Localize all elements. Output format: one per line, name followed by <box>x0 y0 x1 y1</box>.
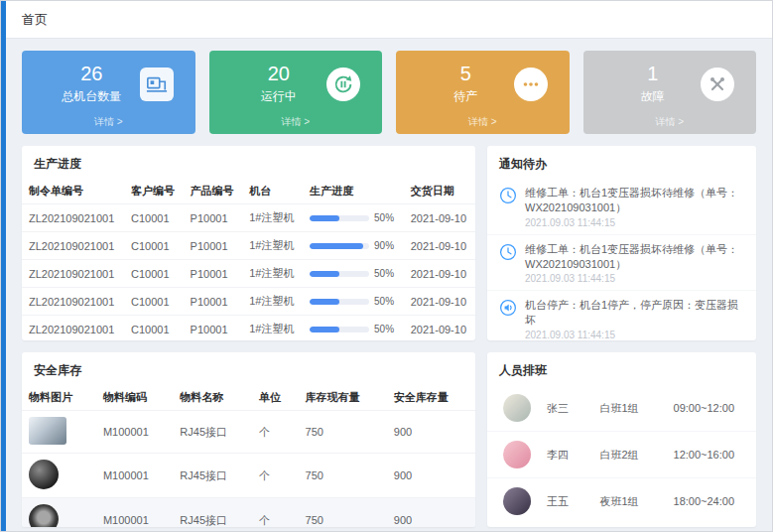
inventory-column-header: 单位 <box>252 385 299 411</box>
inventory-column-header: 物料编码 <box>96 385 173 411</box>
stat-card-text: 26 总机台数量 <box>44 63 140 105</box>
stat-card-text: 5 待产 <box>418 63 514 105</box>
safety-stock-cell: 900 <box>387 498 475 528</box>
production-column-header: 交货日期 <box>404 179 475 204</box>
material-photo <box>29 417 66 445</box>
progress-bar <box>310 215 369 221</box>
date-cell: 2021-09-10 <box>404 288 475 316</box>
stat-card-body: 5 待产 <box>408 63 558 105</box>
unit-cell: 个 <box>252 411 299 454</box>
schedule-row: 张三 白班1组 09:00~12:00 <box>487 385 756 432</box>
machine-cell: 1#注塑机 <box>242 204 303 232</box>
notices-panel-title: 通知待办 <box>487 146 756 179</box>
shift-label: 夜班1组 <box>599 494 673 509</box>
notice-item[interactable]: 维修工单：机台1变压器损坏待维修（单号：WX202109031001） 2021… <box>487 179 756 235</box>
production-column-header: 制令单编号 <box>22 179 124 204</box>
production-row: ZL202109021001 C10001 P10001 1#注塑机 50% 2… <box>22 288 475 316</box>
material-photo <box>29 460 59 489</box>
speaker-icon <box>499 299 517 340</box>
material-name-cell: RJ45接口 <box>173 454 252 498</box>
production-progress-panel: 生产进度 制令单编号客户编号产品编号机台生产进度交货日期 ZL202109021… <box>22 146 475 340</box>
shift-time: 09:00~12:00 <box>674 402 740 414</box>
stat-card-3[interactable]: 1 故障 详情 > <box>583 51 757 134</box>
stat-label: 总机台数量 <box>44 88 140 105</box>
stat-card-1[interactable]: 20 运行中 详情 > <box>209 51 383 134</box>
schedule-panel-title: 人员排班 <box>487 352 756 385</box>
production-column-header: 机台 <box>242 179 303 204</box>
progress-cell: 50% <box>303 316 404 341</box>
stat-detail-link[interactable]: 详情 > <box>22 115 195 129</box>
staff-name: 李四 <box>547 448 599 463</box>
progress-percent: 50% <box>374 268 394 279</box>
progress-bar <box>310 243 369 249</box>
stat-label: 故障 <box>605 88 702 105</box>
notice-body: 维修工单：机台1变压器损坏待维修（单号：WX202109031001） 2021… <box>525 242 744 285</box>
inventory-table: 物料图片物料编码物料名称单位库存现有量安全库存量 M100001 RJ45接口 … <box>22 385 475 527</box>
progress-bar <box>310 299 369 305</box>
production-column-header: 生产进度 <box>303 179 404 204</box>
ellipsis-icon <box>514 67 548 101</box>
production-panel-title: 生产进度 <box>22 146 475 179</box>
stat-card-text: 1 故障 <box>605 63 702 105</box>
order-cell: ZL202109021001 <box>22 260 124 288</box>
notice-item[interactable]: 机台停产：机台1停产，停产原因：变压器损坏 2021.09.03 11:44:1… <box>487 291 756 340</box>
stat-value: 5 <box>418 63 514 85</box>
stat-card-2[interactable]: 5 待产 详情 > <box>396 51 570 134</box>
sidebar-edge <box>1 1 6 531</box>
order-cell: ZL202109021001 <box>22 204 124 232</box>
progress-bar <box>310 271 369 277</box>
material-image-cell <box>22 498 96 528</box>
customer-cell: C10001 <box>124 260 184 288</box>
schedule-list: 张三 白班1组 09:00~12:00 李四 白班2组 12:00~16:00 … <box>487 385 756 524</box>
customer-cell: C10001 <box>124 316 184 341</box>
stat-card-body: 1 故障 <box>595 63 745 105</box>
order-cell: ZL202109021001 <box>22 316 124 341</box>
stat-detail-link[interactable]: 详情 > <box>583 115 757 129</box>
schedule-row: 李四 白班2组 12:00~16:00 <box>487 432 756 478</box>
production-row: ZL202109021001 C10001 P10001 1#注塑机 90% 2… <box>22 232 475 260</box>
inventory-column-header: 库存现有量 <box>299 385 387 411</box>
notice-text: 机台停产：机台1停产，停产原因：变压器损坏 <box>525 298 744 328</box>
progress-percent: 50% <box>374 212 394 223</box>
notice-list: 维修工单：机台1变压器损坏待维修（单号：WX202109031001） 2021… <box>487 179 756 340</box>
schedule-row: 王五 夜班1组 18:00~24:00 <box>487 478 756 524</box>
material-code-cell: M100001 <box>96 411 173 454</box>
stat-detail-link[interactable]: 详情 > <box>396 115 570 129</box>
progress-cell: 50% <box>303 204 404 232</box>
clock-icon <box>499 187 517 228</box>
topbar: 首页 <box>6 1 772 39</box>
inventory-column-header: 安全库存量 <box>387 385 475 411</box>
tools-icon <box>701 67 734 101</box>
machine-cell: 1#注塑机 <box>242 288 303 316</box>
material-name-cell: RJ45接口 <box>173 498 252 528</box>
product-cell: P10001 <box>184 204 243 232</box>
safety-stock-panel: 安全库存 物料图片物料编码物料名称单位库存现有量安全库存量 M100001 RJ… <box>22 352 475 527</box>
material-image-cell <box>22 411 96 454</box>
production-column-header: 客户编号 <box>124 179 184 204</box>
inventory-row: M100001 RJ45接口 个 750 900 <box>22 411 475 454</box>
stock-cell: 750 <box>299 498 387 528</box>
stock-cell: 750 <box>299 454 387 498</box>
notice-time: 2021.09.03 11:44:15 <box>525 217 744 228</box>
stat-card-0[interactable]: 26 总机台数量 详情 > <box>22 51 195 134</box>
machine-cell: 1#注塑机 <box>242 316 303 341</box>
staff-name: 王五 <box>547 494 599 509</box>
safety-stock-cell: 900 <box>387 411 475 454</box>
shift-time: 12:00~16:00 <box>674 449 740 461</box>
material-photo <box>29 504 59 527</box>
production-row: ZL202109021001 C10001 P10001 1#注塑机 50% 2… <box>22 316 475 341</box>
notice-item[interactable]: 维修工单：机台1变压器损坏待维修（单号：WX202109031001） 2021… <box>487 235 756 292</box>
inventory-row: M100001 RJ45接口 个 750 900 <box>22 498 475 528</box>
clock-icon <box>499 243 517 285</box>
safety-stock-cell: 900 <box>387 454 475 498</box>
stat-label: 运行中 <box>231 88 327 105</box>
date-cell: 2021-09-10 <box>404 260 475 288</box>
avatar <box>503 487 531 515</box>
progress-percent: 90% <box>374 240 394 251</box>
machine-cell: 1#注塑机 <box>242 232 303 260</box>
stat-value: 1 <box>605 63 702 85</box>
customer-cell: C10001 <box>124 204 184 232</box>
product-cell: P10001 <box>184 288 243 316</box>
stat-detail-link[interactable]: 详情 > <box>209 115 383 129</box>
notice-time: 2021.09.03 11:44:15 <box>525 273 744 284</box>
